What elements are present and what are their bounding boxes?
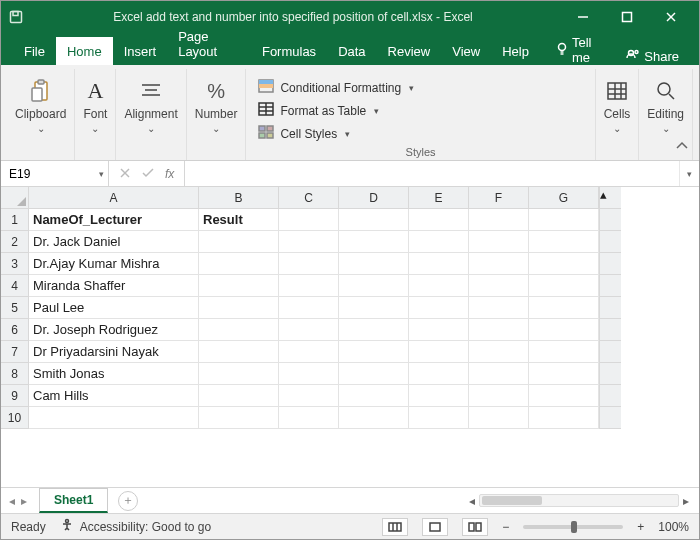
vscroll-track[interactable]: [599, 209, 621, 231]
chevron-right-icon[interactable]: ▸: [683, 494, 689, 508]
cell[interactable]: [409, 385, 469, 407]
view-page-layout-button[interactable]: [422, 518, 448, 536]
font-button[interactable]: A Font ⌄: [83, 71, 107, 134]
cell-styles-button[interactable]: Cell Styles▾: [254, 123, 418, 144]
cell[interactable]: [529, 407, 599, 429]
col-header-d[interactable]: D: [339, 187, 409, 209]
cell[interactable]: [279, 231, 339, 253]
cell[interactable]: [469, 209, 529, 231]
cell[interactable]: [529, 363, 599, 385]
col-header-a[interactable]: A: [29, 187, 199, 209]
tab-data[interactable]: Data: [327, 37, 376, 65]
name-box[interactable]: E19 ▾: [1, 161, 109, 186]
vscroll-track[interactable]: [599, 363, 621, 385]
zoom-in-button[interactable]: +: [637, 520, 644, 534]
row-header[interactable]: 4: [1, 275, 29, 297]
cell[interactable]: [409, 407, 469, 429]
tab-view[interactable]: View: [441, 37, 491, 65]
cell[interactable]: [469, 341, 529, 363]
cell[interactable]: [469, 231, 529, 253]
cell[interactable]: [279, 341, 339, 363]
chevron-left-icon[interactable]: ◂: [9, 494, 15, 508]
cell[interactable]: [469, 275, 529, 297]
tell-me[interactable]: Tell me: [546, 35, 614, 65]
expand-formula-bar-button[interactable]: ▾: [679, 161, 699, 186]
zoom-level[interactable]: 100%: [658, 520, 689, 534]
format-as-table-button[interactable]: Format as Table▾: [254, 100, 418, 121]
row-header[interactable]: 2: [1, 231, 29, 253]
cell-a4[interactable]: Miranda Shaffer: [29, 275, 199, 297]
row-header[interactable]: 9: [1, 385, 29, 407]
clipboard-button[interactable]: Clipboard ⌄: [15, 71, 66, 134]
cell[interactable]: [469, 363, 529, 385]
cells-button[interactable]: Cells ⌄: [604, 71, 631, 134]
cell[interactable]: [279, 363, 339, 385]
col-header-c[interactable]: C: [279, 187, 339, 209]
cell[interactable]: [339, 319, 409, 341]
cell[interactable]: [529, 341, 599, 363]
chevron-right-icon[interactable]: ▸: [21, 494, 27, 508]
maximize-button[interactable]: [605, 1, 649, 33]
cell[interactable]: [409, 319, 469, 341]
cell[interactable]: [409, 297, 469, 319]
conditional-formatting-button[interactable]: Conditional Formatting▾: [254, 77, 418, 98]
cell[interactable]: [199, 363, 279, 385]
cell[interactable]: [469, 407, 529, 429]
row-header[interactable]: 3: [1, 253, 29, 275]
row-header[interactable]: 5: [1, 297, 29, 319]
col-header-f[interactable]: F: [469, 187, 529, 209]
formula-input[interactable]: [185, 161, 679, 186]
cell-a2[interactable]: Dr. Jack Daniel: [29, 231, 199, 253]
cell[interactable]: [339, 209, 409, 231]
editing-button[interactable]: Editing ⌄: [647, 71, 684, 134]
row-header[interactable]: 7: [1, 341, 29, 363]
cell[interactable]: [469, 385, 529, 407]
cell[interactable]: [529, 319, 599, 341]
vscroll-up[interactable]: ▴: [599, 187, 621, 209]
vscroll-track[interactable]: [599, 385, 621, 407]
sheet-tab-sheet1[interactable]: Sheet1: [39, 488, 108, 513]
collapse-ribbon-button[interactable]: [675, 140, 689, 154]
close-button[interactable]: [649, 1, 693, 33]
cell[interactable]: [279, 385, 339, 407]
cell[interactable]: [199, 297, 279, 319]
select-all-corner[interactable]: [1, 187, 29, 209]
cell[interactable]: [339, 297, 409, 319]
number-button[interactable]: % Number ⌄: [195, 71, 238, 134]
cell[interactable]: [199, 231, 279, 253]
cell-a8[interactable]: Smith Jonas: [29, 363, 199, 385]
cell[interactable]: [279, 407, 339, 429]
zoom-slider[interactable]: [523, 525, 623, 529]
cell[interactable]: [339, 407, 409, 429]
cell[interactable]: [29, 407, 199, 429]
tab-page-layout[interactable]: Page Layout: [167, 22, 251, 65]
add-sheet-button[interactable]: ＋: [118, 491, 138, 511]
row-header[interactable]: 8: [1, 363, 29, 385]
cell[interactable]: [529, 385, 599, 407]
cell[interactable]: [199, 341, 279, 363]
tab-home[interactable]: Home: [56, 37, 113, 65]
cell-a5[interactable]: Paul Lee: [29, 297, 199, 319]
save-icon[interactable]: [7, 10, 25, 24]
cell-a3[interactable]: Dr.Ajay Kumar Mishra: [29, 253, 199, 275]
cell[interactable]: [339, 253, 409, 275]
cell[interactable]: [409, 253, 469, 275]
fx-button[interactable]: fx: [165, 167, 174, 181]
vscroll-track[interactable]: [599, 297, 621, 319]
cell[interactable]: [339, 231, 409, 253]
cell[interactable]: [529, 253, 599, 275]
cell-b1[interactable]: Result: [199, 209, 279, 231]
cell[interactable]: [409, 363, 469, 385]
cell[interactable]: [199, 407, 279, 429]
cell[interactable]: [339, 341, 409, 363]
cell[interactable]: [339, 385, 409, 407]
cell[interactable]: [409, 231, 469, 253]
col-header-b[interactable]: B: [199, 187, 279, 209]
accessibility-status[interactable]: Accessibility: Good to go: [60, 518, 211, 535]
tab-file[interactable]: File: [13, 37, 56, 65]
cell[interactable]: [409, 209, 469, 231]
zoom-out-button[interactable]: −: [502, 520, 509, 534]
hscroll-track[interactable]: [479, 494, 679, 507]
row-header[interactable]: 6: [1, 319, 29, 341]
cell[interactable]: [339, 275, 409, 297]
